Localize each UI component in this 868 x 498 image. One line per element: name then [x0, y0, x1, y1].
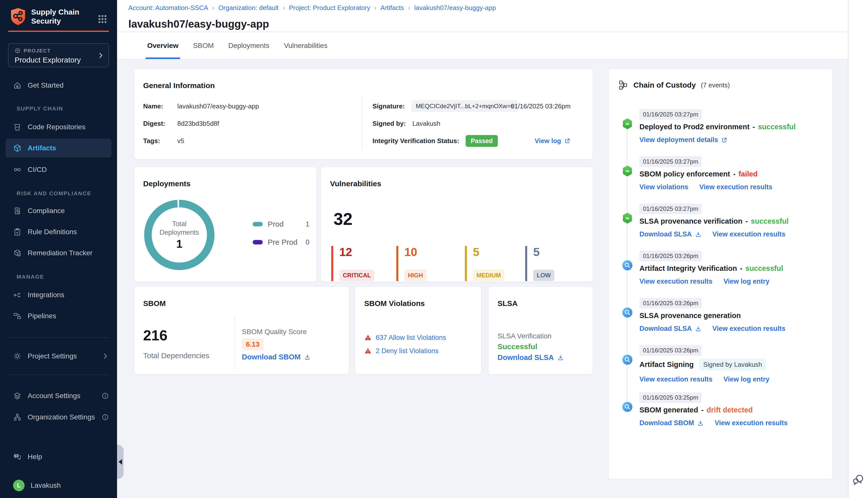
breadcrumb-artifact-name[interactable]: lavakush07/easy-buggy-app [414, 4, 496, 12]
avatar: L [13, 480, 25, 491]
project-selector[interactable]: PROJECT Product Exploratory [8, 43, 109, 67]
sidebar-item-cicd[interactable]: CI/CD [8, 163, 109, 177]
breadcrumb-organization[interactable]: Organization: default [219, 4, 279, 12]
external-link-icon [721, 137, 728, 143]
brand: Supply Chain Security [10, 8, 79, 26]
download-slsa-row: Download SLSA [497, 353, 564, 362]
view-execution-results-link[interactable]: View execution results [639, 376, 713, 383]
deployments-card: Deployments Total Deployments 1 Prod 1 P… [134, 167, 317, 282]
sidebar-item-pipelines[interactable]: Pipelines [8, 309, 109, 323]
severity-badge: HIGH [404, 270, 426, 281]
event-timestamp: 01/16/2025 03:25pm [639, 392, 702, 403]
event-timestamp: 01/16/2025 03:26pm [639, 298, 702, 309]
user-name: Lavakush [31, 482, 61, 489]
slsa-verification-status: Successful [497, 342, 537, 351]
breadcrumb-account[interactable]: Account: Automation-SSCA [128, 4, 208, 12]
sidebar-item-code-repositories[interactable]: Code Repositories [8, 120, 109, 134]
sidebar-section-risk-compliance: RISK AND COMPLIANCE [16, 190, 91, 197]
view-violations-link[interactable]: View violations [639, 183, 688, 191]
user-menu[interactable]: L Lavakush [8, 479, 109, 493]
sidebar-item-help[interactable]: ? Help [8, 450, 109, 464]
chat-feedback-icon[interactable] [852, 473, 865, 486]
card-title: SBOM Violations [364, 299, 425, 308]
view-execution-results-link[interactable]: View execution results [699, 183, 773, 191]
download-slsa-link[interactable]: Download SLSA [639, 231, 692, 238]
sidebar-item-rule-definitions[interactable]: Rule Definitions [8, 225, 109, 239]
project-kicker: PROJECT [24, 48, 51, 54]
event-timestamp: 01/16/2025 03:26pm [639, 251, 702, 261]
sidebar-item-project-settings[interactable]: Project Settings [8, 349, 109, 363]
digest-label: Digest: [143, 120, 171, 128]
sidebar-item-account-settings[interactable]: Account Settings [8, 389, 109, 403]
pre-prod-swatch [252, 240, 263, 245]
sidebar-item-organization-settings[interactable]: Organization Settings [8, 410, 109, 424]
sidebar-item-integrations[interactable]: Integrations [8, 288, 109, 302]
view-log-entry-link[interactable]: View log entry [724, 278, 769, 285]
view-execution-results-link[interactable]: View execution results [713, 231, 786, 238]
sidebar-section-supply-chain: SUPPLY CHAIN [16, 105, 63, 112]
deployments-donut-chart: Total Deployments 1 [144, 200, 215, 270]
deny-list-violations-link[interactable]: 2 Deny list Violations [376, 347, 439, 355]
sidebar-item-compliance[interactable]: Compliance [8, 204, 109, 218]
legend-item-prod: Prod 1 [252, 219, 309, 230]
download-icon [695, 231, 701, 238]
tab-deployments[interactable]: Deployments [227, 32, 271, 59]
sbom-caption: Total Dependencies [143, 351, 209, 360]
view-log-link[interactable]: View log [535, 137, 561, 145]
view-execution-results-link[interactable]: View execution results [715, 419, 788, 427]
view-execution-results-link[interactable]: View execution results [639, 278, 713, 285]
card-title: SLSA [497, 299, 518, 308]
org-chart-icon [13, 413, 22, 421]
cube-icon [13, 144, 22, 152]
event-status: failed [739, 170, 758, 178]
chain-of-custody-icon [618, 80, 629, 90]
infinity-icon [13, 166, 22, 174]
legend-item-pre-prod: Pre Prod 0 [252, 237, 309, 248]
download-sbom-link[interactable]: Download SBOM [639, 419, 694, 427]
info-icon[interactable] [102, 392, 109, 399]
tab-vulnerabilities[interactable]: Vulnerabilities [282, 32, 329, 59]
name-value: lavakush07/easy-buggy-app [177, 102, 259, 110]
donut-center-value: 1 [176, 238, 182, 250]
donut-center-label: Total Deployments [157, 220, 202, 237]
signature-label: Signature: [373, 102, 405, 110]
sidebar-item-get-started[interactable]: Get Started [8, 78, 109, 92]
chain-event: 01/16/2025 03:26pm SLSA provenance gener… [639, 298, 823, 332]
svg-text:?: ? [15, 454, 17, 457]
collapse-arrow-icon [118, 459, 122, 464]
view-execution-results-link[interactable]: View execution results [713, 325, 786, 332]
info-icon[interactable] [102, 414, 109, 421]
deny-list-violations-row: 2 Deny list Violations [364, 346, 439, 356]
sidebar: Supply Chain Security PROJECT Product Ex… [0, 0, 117, 498]
sidebar-item-remediation-tracker[interactable]: Remediation Tracker [8, 246, 109, 260]
tab-sbom[interactable]: SBOM [192, 32, 215, 59]
tab-overview[interactable]: Overview [146, 32, 180, 59]
app-grid-icon[interactable] [96, 13, 108, 25]
download-slsa-link[interactable]: Download SLSA [497, 353, 554, 362]
card-title: General Information [143, 81, 215, 90]
breadcrumb: Account: Automation-SSCA › Organization:… [128, 4, 496, 12]
view-deployment-details-link[interactable]: View deployment details [639, 136, 718, 144]
integrity-label: Integrity Verification Status: [373, 137, 459, 145]
package-check-icon [13, 249, 22, 257]
signed-by-badge: Signed by Lavakush [699, 359, 766, 370]
app-window: Supply Chain Security PROJECT Product Ex… [0, 0, 868, 498]
clipboard-check-icon [13, 228, 22, 236]
breadcrumb-artifacts[interactable]: Artifacts [380, 4, 404, 12]
sidebar-item-artifacts[interactable]: Artifacts [5, 139, 112, 158]
view-log-entry-link[interactable]: View log entry [724, 376, 769, 383]
allow-list-violations-link[interactable]: 637 Allow list Violations [376, 334, 446, 342]
severity-critical: 12 CRITICAL [331, 246, 375, 281]
download-sbom-link[interactable]: Download SBOM [242, 353, 301, 361]
card-title: Vulnerabilities [330, 180, 381, 188]
event-title: Deployed to Prod2 environment [639, 123, 750, 131]
sbom-total: 216 [143, 327, 168, 344]
download-sbom-row: Download SBOM [242, 353, 311, 361]
slsa-verification-label: SLSA Verification [497, 332, 552, 340]
chain-event: ∞ 01/16/2025 03:27pm SLSA provenance ver… [639, 204, 823, 238]
download-slsa-link[interactable]: Download SLSA [639, 325, 692, 332]
event-title: SBOM policy enforcement [639, 170, 730, 178]
prod-swatch [252, 222, 263, 226]
scan-step-icon [622, 307, 633, 318]
breadcrumb-project[interactable]: Project: Product Exploratory [289, 4, 370, 12]
